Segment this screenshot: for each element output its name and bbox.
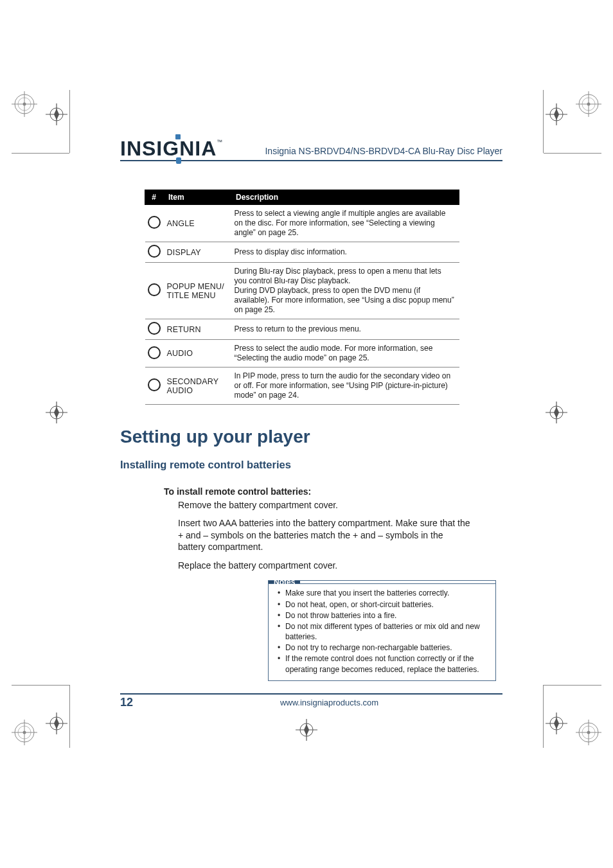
- notes-box: Notes • Make sure that you insert the ba…: [268, 580, 496, 681]
- crop-line: [544, 685, 601, 686]
- crop-line: [543, 90, 544, 153]
- bullet-icon: •: [278, 610, 280, 621]
- note-item: • Do not try to recharge non-rechargable…: [285, 642, 489, 653]
- item-description: Press to return to the previous menu.: [231, 319, 459, 340]
- crosshair-mark-icon: [544, 102, 569, 127]
- note-item: • If the remote control does not functio…: [285, 653, 489, 674]
- crosshair-mark-icon: [294, 717, 319, 743]
- table-row: ANGLEPress to select a viewing angle if …: [145, 205, 459, 242]
- item-name: SECONDARY AUDIO: [163, 368, 231, 405]
- item-name: RETURN: [163, 319, 231, 340]
- item-description: Press to select a viewing angle if multi…: [231, 205, 459, 242]
- table-row: SECONDARY AUDIOIn PIP mode, press to tur…: [145, 368, 459, 405]
- col-header-num: #: [145, 190, 163, 205]
- col-header-item: Item: [163, 190, 231, 205]
- crop-line: [543, 685, 544, 748]
- logo-accent-icon: [175, 134, 181, 139]
- table-row: POPUP MENU/ TITLE MENUDuring Blu-ray Dis…: [145, 263, 459, 319]
- bullet-icon: •: [278, 621, 280, 632]
- table-row: DISPLAYPress to display disc information…: [145, 242, 459, 263]
- crosshair-mark-icon: [544, 400, 569, 425]
- page-header: INSIGNIA™ Insignia NS-BRDVD4/NS-BRDVD4-C…: [120, 138, 502, 161]
- item-description: In PIP mode, press to turn the audio for…: [231, 368, 459, 405]
- crosshair-mark-icon: [44, 400, 69, 425]
- crop-line: [12, 685, 69, 686]
- note-text: If the remote control does not function …: [285, 654, 479, 673]
- note-text: Do not mix different types of batteries …: [285, 622, 480, 641]
- item-name: DISPLAY: [163, 242, 231, 263]
- bullet-icon: •: [278, 588, 280, 598]
- document-title: Insignia NS-BRDVD4/NS-BRDVD4-CA Blu-Ray …: [223, 146, 502, 159]
- crop-line: [544, 153, 601, 154]
- crosshair-mark-icon: [44, 102, 69, 127]
- item-description: Press to display disc information.: [231, 242, 459, 263]
- item-name: POPUP MENU/ TITLE MENU: [163, 263, 231, 319]
- remote-buttons-table: # Item Description ANGLEPress to select …: [145, 190, 459, 405]
- footer-url: www.insigniaproducts.com: [156, 698, 502, 707]
- section-heading: Setting up your player: [120, 427, 502, 447]
- procedure-heading: To install remote control batteries:: [164, 486, 502, 497]
- page-footer: 12 www.insigniaproducts.com: [120, 693, 502, 709]
- brand-logo: INSIGNIA™: [120, 138, 223, 159]
- note-text: Do not try to recharge non-rechargable b…: [285, 643, 452, 652]
- crop-line: [69, 90, 70, 153]
- button-circle-icon: [145, 205, 163, 242]
- logo-accent-icon: [176, 157, 181, 164]
- registration-mark-icon: [12, 91, 37, 117]
- page-content: INSIGNIA™ Insignia NS-BRDVD4/NS-BRDVD4-C…: [120, 138, 502, 681]
- item-description: During Blu-ray Disc playback, press to o…: [231, 263, 459, 319]
- bullet-icon: •: [278, 642, 280, 653]
- note-item: • Do not mix different types of batterie…: [285, 621, 489, 642]
- bullet-icon: •: [278, 599, 280, 610]
- note-item: • Make sure that you insert the batterie…: [285, 588, 489, 598]
- crop-line: [69, 685, 70, 748]
- item-name: AUDIO: [163, 340, 231, 368]
- note-item: • Do not throw batteries into a fire.: [285, 610, 489, 621]
- button-circle-icon: [145, 340, 163, 368]
- registration-mark-icon: [576, 91, 601, 117]
- button-circle-icon: [145, 242, 163, 263]
- crosshair-mark-icon: [544, 711, 569, 736]
- table-row: AUDIOPress to select the audio mode. For…: [145, 340, 459, 368]
- procedure-step: Replace the battery compartment cover.: [178, 560, 470, 571]
- crosshair-mark-icon: [44, 711, 69, 736]
- brand-name: INSIGNIA: [120, 137, 217, 160]
- item-name: ANGLE: [163, 205, 231, 242]
- crop-line: [12, 153, 69, 154]
- procedure-step: Insert two AAA batteries into the batter…: [178, 517, 470, 553]
- table-row: RETURNPress to return to the previous me…: [145, 319, 459, 340]
- trademark-symbol: ™: [217, 139, 223, 145]
- subsection-heading: Installing remote control batteries: [120, 459, 502, 471]
- notes-label: Notes: [269, 581, 300, 583]
- registration-mark-icon: [12, 720, 37, 745]
- item-description: Press to select the audio mode. For more…: [231, 340, 459, 368]
- note-text: Do not heat, open, or short-circuit batt…: [285, 600, 434, 609]
- note-text: Make sure that you insert the batteries …: [285, 589, 449, 598]
- registration-mark-icon: [576, 720, 601, 745]
- button-circle-icon: [145, 368, 163, 405]
- note-item: • Do not heat, open, or short-circuit ba…: [285, 599, 489, 610]
- button-circle-icon: [145, 319, 163, 340]
- page-number: 12: [120, 696, 156, 709]
- procedure-step: Remove the battery compartment cover.: [178, 499, 470, 511]
- button-circle-icon: [145, 263, 163, 319]
- bullet-icon: •: [278, 653, 280, 664]
- col-header-desc: Description: [231, 190, 459, 205]
- note-text: Do not throw batteries into a fire.: [285, 611, 396, 620]
